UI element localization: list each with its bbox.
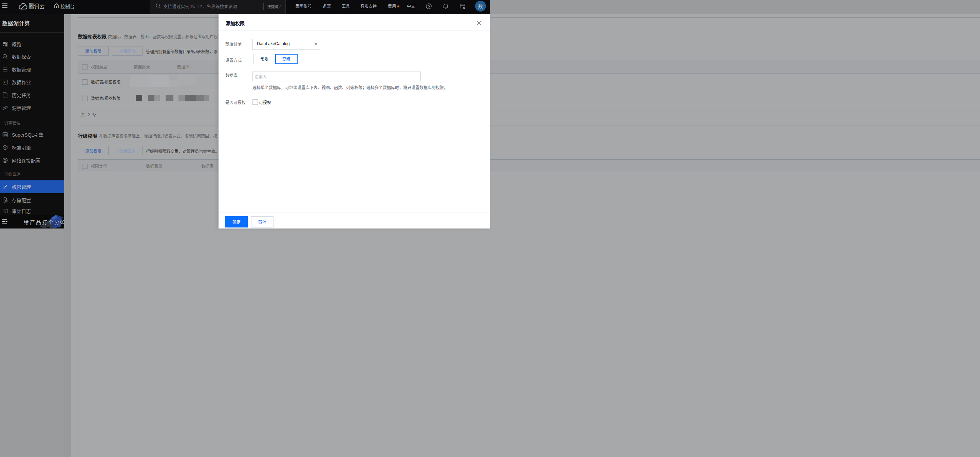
svg-text:Sq: Sq [3,133,7,136]
